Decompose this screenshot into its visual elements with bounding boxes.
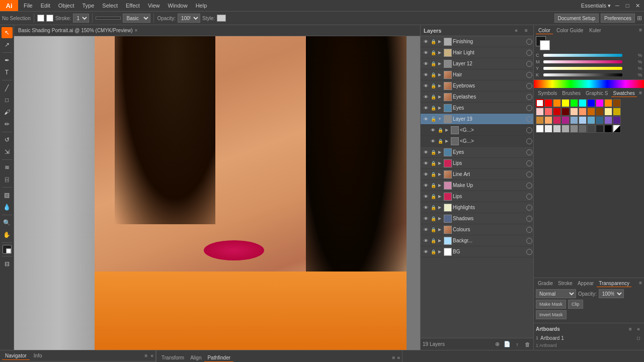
layer-color-indicator[interactable] [526,61,532,67]
layer-row[interactable]: 👁 🔒 ▶ Highlights [421,202,533,213]
tab-align[interactable]: Align [187,354,204,361]
layer-color-indicator[interactable] [526,72,532,78]
swatch-tab-brushes[interactable]: Brushes [560,90,583,97]
scale-tool[interactable]: ⇲ [2,146,13,157]
layer-visibility-toggle[interactable]: 👁 [422,237,430,245]
layer-row[interactable]: 👁 🔒 ▶ Hair [421,69,533,80]
navigator-collapse-button[interactable]: « [150,353,153,358]
swatch-cell[interactable] [579,125,587,133]
layer-color-indicator[interactable] [526,216,532,222]
layer-visibility-toggle[interactable]: 👁 [422,226,430,234]
canvas-tab-close[interactable]: × [134,28,137,33]
layer-expand-button[interactable]: ▶ [437,249,443,255]
document-setup-button[interactable]: Document Setup [554,14,599,23]
swatch-cell[interactable] [553,116,561,124]
pen-tool[interactable]: ✒ [2,55,13,66]
move-selection-button[interactable]: ↑ [513,340,521,348]
layer-expand-button[interactable]: ▶ [437,72,443,78]
swatch-cell[interactable] [587,116,595,124]
make-mask-button[interactable]: Make Mask [536,300,566,309]
layer-lock-toggle[interactable]: 🔒 [430,49,437,56]
swatch-cell[interactable] [579,99,587,107]
swatch-cell[interactable] [596,99,604,107]
layer-color-indicator[interactable] [526,138,532,144]
swatch-cell[interactable] [587,108,595,116]
menu-select[interactable]: Select [99,2,121,10]
swatch-cell[interactable] [561,116,570,124]
pencil-tool[interactable]: ✏ [2,119,13,130]
layer-expand-button[interactable]: ▶ [437,205,443,211]
layer-row[interactable]: 👁 🔒 ▶ <G...> [421,136,533,147]
layer-color-indicator[interactable] [526,50,532,56]
layers-menu-button[interactable]: ≡ [522,27,530,35]
swatch-cell[interactable] [587,99,595,107]
layer-visibility-toggle[interactable]: 👁 [422,182,430,190]
layer-expand-button[interactable]: ▶ [437,160,443,166]
swatch-cell[interactable] [604,99,612,107]
color-tab-guide[interactable]: Color Guide [554,27,586,34]
color-y-slider[interactable] [543,67,622,70]
layer-visibility-toggle[interactable]: 👁 [422,60,430,68]
tab-appear[interactable]: Appear [576,280,596,287]
swatch-cell[interactable] [553,125,561,133]
minimize-button[interactable]: ─ [614,2,621,9]
swatch-cell[interactable] [604,116,612,124]
layer-lock-toggle[interactable]: 🔒 [430,171,437,178]
menu-view[interactable]: View [144,2,164,10]
swatch-cell[interactable] [544,108,552,116]
swatch-cell[interactable] [553,99,561,107]
gradient-tool[interactable]: ▨ [2,190,13,201]
layer-lock-toggle[interactable]: 🔒 [430,215,437,222]
basic-select[interactable]: Basic [123,14,150,23]
artboard-menu-button[interactable]: ≡ [627,325,634,332]
collapse-artboards-button[interactable]: « [635,325,642,332]
swatch-cell[interactable] [613,108,621,116]
arrange-icon[interactable]: ⊞ [637,15,642,22]
stroke-color[interactable] [46,15,53,22]
line-tool[interactable]: ╱ [2,82,13,94]
menu-object[interactable]: Object [55,2,78,10]
layer-visibility-toggle[interactable]: 👁 [422,104,430,112]
layers-list[interactable]: 👁 🔒 ▶ Finishing 👁 🔒 ▶ Hair Light 👁 🔒 [421,36,533,338]
layer-color-indicator[interactable] [526,171,532,177]
layer-visibility-toggle[interactable]: 👁 [429,126,437,134]
fill-color[interactable] [37,15,44,22]
layer-lock-toggle[interactable]: 🔒 [430,82,437,89]
navigator-menu-button[interactable]: ≡ [145,353,148,358]
tab-pathfinder[interactable]: Pathfinder [204,354,233,362]
layer-color-indicator[interactable] [526,160,532,166]
layer-lock-toggle[interactable]: 🔒 [430,105,437,112]
layer-expand-button[interactable]: ▶ [437,227,443,233]
warp-tool[interactable]: ≋ [2,162,13,173]
layer-row[interactable]: 👁 🔒 ▶ Lips [421,191,533,202]
color-m-slider[interactable] [543,60,622,63]
layer-row[interactable]: 👁 🔒 ▶ Eyes [421,147,533,158]
layer-row[interactable]: 👁 🔒 ▶ Eyelashes [421,92,533,103]
swatch-cell[interactable] [544,116,552,124]
swatch-cell[interactable] [561,125,570,133]
menu-edit[interactable]: Edit [37,2,54,10]
swatch-cell[interactable] [596,108,604,116]
swatches-menu-button[interactable]: ≡ [639,90,642,97]
canvas-content[interactable] [14,36,420,350]
layer-lock-toggle[interactable]: 🔒 [430,160,437,167]
layer-visibility-toggle[interactable]: 👁 [422,215,430,223]
layer-lock-toggle[interactable]: 🔓 [430,116,437,123]
layer-row[interactable]: 👁 🔒 ▶ <G...> [421,125,533,136]
essentials-dropdown[interactable]: Essentials ▾ [581,3,611,9]
layer-lock-toggle[interactable]: 🔒 [430,60,437,67]
menu-file[interactable]: File [20,2,36,10]
swatch-cell[interactable] [604,125,612,133]
swatch-cell[interactable] [613,99,621,107]
layer-color-indicator[interactable] [526,83,532,89]
layer-color-indicator[interactable] [526,205,532,211]
layer-visibility-toggle[interactable]: 👁 [422,248,430,256]
layer-expand-button[interactable]: ▼ [437,116,443,122]
color-tab-color[interactable]: Color [536,27,553,34]
layer-row-selected[interactable]: 👁 🔓 ▼ Layer 19 [421,114,533,125]
swatch-cell[interactable] [553,108,561,116]
layer-lock-toggle[interactable]: 🔒 [437,138,444,145]
hand-tool[interactable]: ✋ [2,229,13,240]
layer-visibility-toggle[interactable]: 👁 [422,193,430,201]
tab-info[interactable]: Info [31,352,45,359]
